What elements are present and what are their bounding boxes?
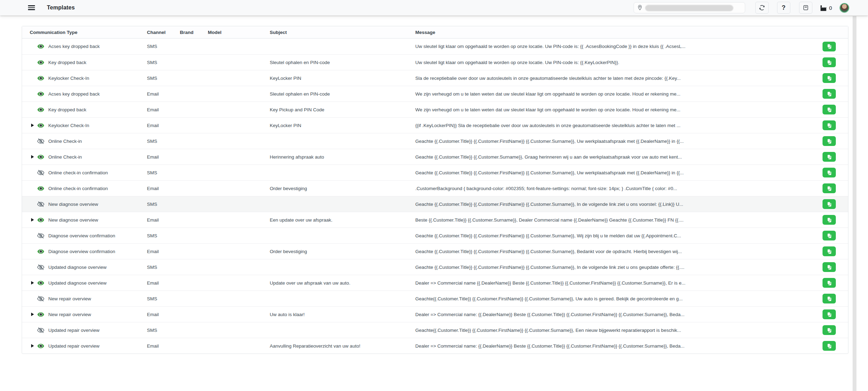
copy-template-button[interactable] xyxy=(823,246,836,256)
copy-template-button[interactable] xyxy=(823,231,836,240)
expand-caret[interactable] xyxy=(31,313,34,316)
table-row[interactable]: Updated diagnose overview Email Update o… xyxy=(22,275,848,291)
communication-type-cell: Diagnose overview confirmation xyxy=(22,232,147,239)
copy-template-button[interactable] xyxy=(823,294,836,303)
communication-type-cell: Online check-in confirmation xyxy=(22,169,147,176)
subject-cell: Aanvulling Reparatieoverzicht van uw aut… xyxy=(270,343,415,349)
copy-template-button[interactable] xyxy=(823,168,836,177)
copy-template-button[interactable] xyxy=(823,199,836,209)
question-icon: ? xyxy=(782,4,785,12)
visibility-off-icon xyxy=(37,232,44,239)
copy-template-button[interactable] xyxy=(823,120,836,130)
table-row[interactable]: Updated diagnose overview SMS Geachte {{… xyxy=(22,259,848,275)
expand-caret[interactable] xyxy=(31,155,34,159)
table-row[interactable]: Keylocker Check-In Email KeyLocker PIN {… xyxy=(22,117,848,133)
table-row[interactable]: Online check-in confirmation Email Order… xyxy=(22,180,848,196)
copy-template-button[interactable] xyxy=(823,325,836,335)
copy-icon xyxy=(826,295,833,302)
copy-template-button[interactable] xyxy=(823,152,836,162)
communication-type-cell: Acses key dropped back xyxy=(22,43,147,50)
message-cell: Geachte {{.Customer.Title}} {{.Customer.… xyxy=(415,154,820,160)
channel-cell: Email xyxy=(147,343,180,349)
redacted-location-text xyxy=(645,5,733,11)
copy-template-button[interactable] xyxy=(823,89,836,99)
message-cell: We zijn verheugd om u te laten weten dat… xyxy=(415,91,820,97)
copy-template-button[interactable] xyxy=(823,105,836,114)
visibility-on-icon xyxy=(37,311,44,318)
hamburger-menu-button[interactable] xyxy=(28,5,35,10)
location-search[interactable] xyxy=(634,2,745,13)
channel-cell: Email xyxy=(147,217,180,223)
expand-caret[interactable] xyxy=(31,218,34,222)
communication-type-label: Keylocker Check-In xyxy=(48,123,89,128)
message-cell: Geachte {{.Customer.Title}} {{.Customer.… xyxy=(415,170,820,175)
subject-cell: Uw auto is klaar! xyxy=(270,312,415,317)
message-cell: Dealer => Commercial name {{.DealerName}… xyxy=(415,280,820,286)
communication-type-cell: New diagnose overview xyxy=(22,216,147,224)
expand-caret[interactable] xyxy=(31,281,34,285)
channel-cell: SMS xyxy=(147,60,180,65)
table-row[interactable]: Key dropped back Email Key Pickup and PI… xyxy=(22,102,848,117)
factory-indicator[interactable]: 0 xyxy=(819,4,832,12)
communication-type-label: Updated repair overview xyxy=(48,328,99,333)
table-row[interactable]: Acses key dropped back Email Sleutel oph… xyxy=(22,86,848,102)
message-cell: Geachte {{.Customer.Title}} {{.Customer.… xyxy=(415,233,820,238)
communication-type-cell: Online check-in confirmation xyxy=(22,185,147,192)
copy-template-button[interactable] xyxy=(823,215,836,225)
copy-template-button[interactable] xyxy=(823,278,836,288)
subject-cell: Order bevestiging xyxy=(270,249,415,254)
expand-caret[interactable] xyxy=(31,124,34,127)
copy-template-button[interactable] xyxy=(823,73,836,83)
copy-template-button[interactable] xyxy=(823,341,836,351)
channel-cell: SMS xyxy=(147,170,180,175)
communication-type-cell: Diagnose overview confirmation xyxy=(22,248,147,255)
communication-type-label: Online check-in confirmation xyxy=(48,186,108,191)
copy-template-button[interactable] xyxy=(823,183,836,193)
communication-type-label: Updated diagnose overview xyxy=(48,265,107,270)
avatar[interactable] xyxy=(840,3,849,13)
copy-template-button[interactable] xyxy=(823,42,836,51)
communication-type-label: Key dropped back xyxy=(48,60,86,65)
factory-count: 0 xyxy=(829,5,832,11)
table-row[interactable]: New repair overview Email Uw auto is kla… xyxy=(22,306,848,322)
visibility-on-icon xyxy=(37,279,44,287)
message-cell: Geachte {{.Customer.Title}} {{.Customer.… xyxy=(415,249,820,254)
table-row[interactable]: Diagnose overview confirmation Email Ord… xyxy=(22,243,848,259)
visibility-on-icon xyxy=(37,153,44,161)
copy-template-button[interactable] xyxy=(823,262,836,272)
subject-cell: Een update over uw afspraak. xyxy=(270,217,415,223)
table-row[interactable]: Acses key dropped back SMS Uw sleutel li… xyxy=(22,39,848,54)
table-row[interactable]: Diagnose overview confirmation SMS Geach… xyxy=(22,228,848,243)
table-row[interactable]: Online Check-in Email Herinnering afspra… xyxy=(22,149,848,165)
subject-cell: KeyLocker PIN xyxy=(270,76,415,81)
communication-type-label: Online Check-in xyxy=(48,154,82,160)
visibility-on-icon xyxy=(37,122,44,129)
communication-type-label: New diagnose overview xyxy=(48,202,98,207)
channel-cell: Email xyxy=(147,186,180,191)
expand-caret[interactable] xyxy=(31,344,34,348)
table-row[interactable]: Online check-in confirmation SMS Geachte… xyxy=(22,165,848,180)
copy-template-button[interactable] xyxy=(823,309,836,319)
help-button[interactable]: ? xyxy=(777,2,790,14)
visibility-on-icon xyxy=(37,106,44,113)
table-row[interactable]: New repair overview SMS Geachte{{.Custom… xyxy=(22,291,848,306)
table-row[interactable]: Key dropped back SMS Sleutel ophalen en … xyxy=(22,54,848,70)
kiosk-button[interactable] xyxy=(799,2,812,14)
copy-template-button[interactable] xyxy=(823,136,836,146)
copy-template-button[interactable] xyxy=(823,57,836,67)
scrollbar[interactable] xyxy=(853,16,856,391)
table-row[interactable]: New diagnose overview Email Een update o… xyxy=(22,212,848,228)
visibility-off-icon xyxy=(37,264,44,271)
table-row[interactable]: Updated repair overview SMS Geachte{{.Cu… xyxy=(22,322,848,338)
subject-cell: Update over uw afspraak van uw auto. xyxy=(270,280,415,286)
table-row[interactable]: Updated repair overview Email Aanvulling… xyxy=(22,338,848,354)
communication-type-cell: Updated repair overview xyxy=(22,342,147,350)
channel-cell: Email xyxy=(147,91,180,97)
table-row[interactable]: Keylocker Check-In SMS KeyLocker PIN Sla… xyxy=(22,70,848,86)
communication-type-cell: New repair overview xyxy=(22,311,147,318)
visibility-on-icon xyxy=(37,248,44,255)
table-row[interactable]: Online Check-in SMS Geachte {{.Customer.… xyxy=(22,133,848,149)
refresh-button[interactable] xyxy=(755,2,769,14)
table-row[interactable]: New diagnose overview SMS Geachte {{.Cus… xyxy=(22,196,848,212)
communication-type-cell: Updated diagnose overview xyxy=(22,264,147,271)
